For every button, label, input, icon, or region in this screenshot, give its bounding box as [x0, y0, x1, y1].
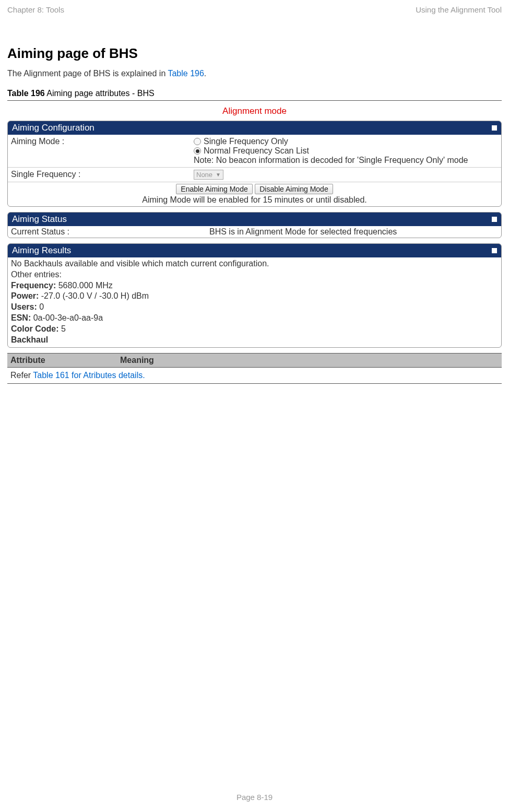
- aiming-status-panel: Aiming Status Current Status : BHS is in…: [7, 212, 502, 238]
- aiming-status-title: Aiming Status: [12, 214, 67, 225]
- results-frequency: Frequency: 5680.000 MHz: [11, 280, 498, 291]
- aiming-mode-row: Aiming Mode : Single Frequency Only Norm…: [8, 135, 501, 168]
- table-rule: [7, 100, 502, 101]
- table-caption-rest: Aiming page attributes - BHS: [45, 89, 155, 98]
- results-color-code: Color Code: 5: [11, 324, 498, 335]
- aiming-status-header[interactable]: Aiming Status: [8, 213, 501, 226]
- results-line1: No Backhauls available and visible which…: [11, 258, 498, 269]
- disable-aiming-button[interactable]: Disable Aiming Mode: [255, 184, 333, 194]
- aiming-configuration-header[interactable]: Aiming Configuration: [8, 121, 501, 135]
- collapse-icon[interactable]: [492, 125, 497, 131]
- freq-value: 5680.000 MHz: [56, 281, 113, 290]
- results-power: Power: -27.0 (-30.0 V / -30.0 H) dBm: [11, 291, 498, 302]
- attribute-header-row: Attribute Meaning: [7, 354, 502, 368]
- radio-icon[interactable]: [194, 138, 201, 145]
- attribute-body-row: Refer Table 161 for Atributes details.: [7, 368, 502, 384]
- alignment-mode-label: Alignment mode: [7, 106, 502, 116]
- page-title: Aiming page of BHS: [7, 45, 502, 62]
- aiming-configuration-title: Aiming Configuration: [12, 123, 94, 133]
- esn-value: 0a-00-3e-a0-aa-9a: [31, 313, 103, 322]
- aiming-button-note: Aiming Mode will be enabled for 15 minut…: [8, 195, 501, 206]
- chevron-down-icon: ▼: [216, 172, 221, 178]
- current-status-row: Current Status : BHS is in Alignment Mod…: [8, 226, 501, 238]
- intro-link[interactable]: Table 196: [168, 69, 204, 78]
- attr-body-prefix: Refer: [10, 371, 33, 380]
- results-users: Users: 0: [11, 302, 498, 313]
- radio-icon[interactable]: [194, 147, 201, 155]
- single-frequency-select[interactable]: None ▼: [194, 170, 223, 180]
- cc-label: Color Code:: [11, 324, 59, 333]
- single-frequency-label: Single Frequency :: [11, 169, 194, 179]
- results-esn: ESN: 0a-00-3e-a0-aa-9a: [11, 313, 498, 324]
- single-frequency-value: None ▼: [194, 169, 498, 181]
- esn-label: ESN:: [11, 313, 31, 322]
- current-status-value: BHS is in Alignment Mode for selected fr…: [209, 227, 498, 237]
- radio-normal-scan[interactable]: Normal Frequency Scan List: [194, 146, 498, 156]
- users-label: Users:: [11, 302, 37, 311]
- power-value: -27.0 (-30.0 V / -30.0 H) dBm: [39, 291, 149, 300]
- collapse-icon[interactable]: [492, 248, 497, 253]
- enable-aiming-button[interactable]: Enable Aiming Mode: [176, 184, 252, 194]
- aiming-results-header[interactable]: Aiming Results: [8, 244, 501, 257]
- aiming-results-panel: Aiming Results No Backhauls available an…: [7, 243, 502, 348]
- radio-single-freq[interactable]: Single Frequency Only: [194, 137, 498, 146]
- intro-text: The Alignment page of BHS is explained i…: [7, 69, 502, 78]
- single-frequency-row: Single Frequency : None ▼: [8, 168, 501, 182]
- table-caption: Table 196 Aiming page attributes - BHS: [7, 89, 502, 98]
- page-header: Chapter 8: Tools Using the Alignment Too…: [7, 5, 502, 14]
- results-backhaul: Backhaul: [11, 335, 498, 346]
- freq-label: Frequency:: [11, 281, 56, 290]
- collapse-icon[interactable]: [492, 217, 497, 222]
- header-left: Chapter 8: Tools: [7, 5, 64, 14]
- aiming-mode-note: Note: No beacon information is decoded f…: [194, 156, 498, 165]
- aiming-results-title: Aiming Results: [12, 245, 71, 256]
- aiming-mode-value: Single Frequency Only Normal Frequency S…: [194, 136, 498, 166]
- aiming-configuration-panel: Aiming Configuration Aiming Mode : Singl…: [7, 121, 502, 207]
- cc-value: 5: [59, 324, 66, 333]
- power-label: Power:: [11, 291, 39, 300]
- current-status-label: Current Status :: [11, 227, 209, 237]
- aiming-button-row: Enable Aiming Mode Disable Aiming Mode: [8, 182, 501, 195]
- page-number: Page 8-19: [0, 793, 509, 802]
- radio-normal-scan-label: Normal Frequency Scan List: [204, 146, 309, 156]
- intro-prefix: The Alignment page of BHS is explained i…: [7, 69, 168, 78]
- radio-single-freq-label: Single Frequency Only: [204, 137, 288, 146]
- users-value: 0: [37, 302, 44, 311]
- intro-suffix: .: [204, 69, 206, 78]
- select-value: None: [196, 171, 212, 179]
- aiming-mode-label: Aiming Mode :: [11, 136, 194, 146]
- attr-body-link[interactable]: Table 161 for Atributes details.: [33, 371, 145, 380]
- attr-col-attribute: Attribute: [10, 356, 120, 365]
- header-right: Using the Alignment Tool: [416, 5, 502, 14]
- table-caption-bold: Table 196: [7, 89, 45, 98]
- backhaul-label: Backhaul: [11, 335, 48, 344]
- attr-col-meaning: Meaning: [120, 356, 499, 365]
- results-line2: Other entries:: [11, 269, 498, 280]
- aiming-results-body: No Backhauls available and visible which…: [8, 257, 501, 347]
